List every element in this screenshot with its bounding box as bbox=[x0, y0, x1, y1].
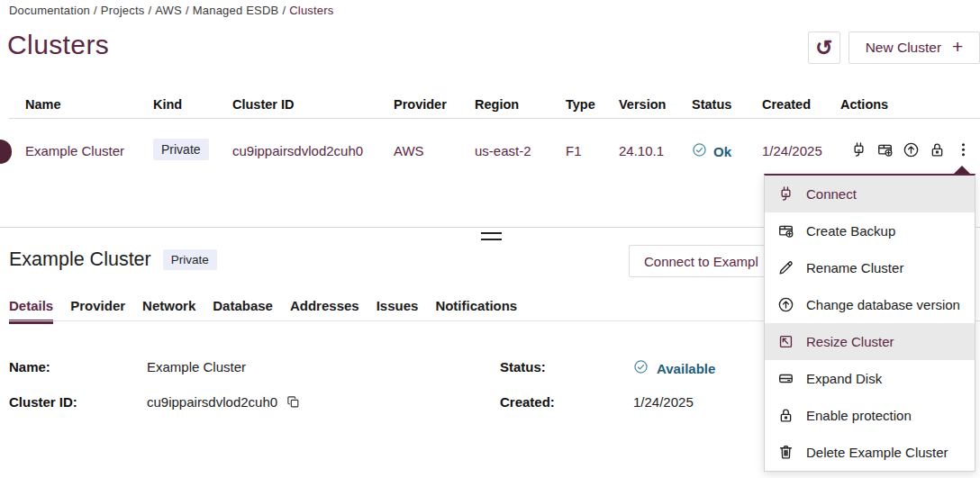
refresh-icon: ↺ bbox=[815, 36, 832, 60]
breadcrumb-item-clusters-current: Clusters bbox=[289, 4, 333, 17]
plus-icon: + bbox=[952, 36, 963, 58]
menu-item-label: Resize Cluster bbox=[806, 334, 894, 349]
cell-cluster-name[interactable]: Example Cluster bbox=[25, 143, 124, 158]
field-created-label: Created: bbox=[500, 394, 555, 410]
status-text: Ok bbox=[713, 144, 731, 159]
actions-menu: Connect Create Backup Rename Cluster Cha… bbox=[764, 174, 975, 472]
cell-type: F1 bbox=[566, 143, 582, 158]
column-header-type: Type bbox=[566, 97, 595, 112]
connect-to-cluster-button[interactable]: Connect to Exampl bbox=[629, 245, 782, 277]
menu-item-rename-cluster[interactable]: Rename Cluster bbox=[765, 249, 975, 286]
plug-icon bbox=[850, 141, 867, 158]
menu-item-create-backup[interactable]: Create Backup bbox=[765, 212, 975, 249]
cell-kind: Private bbox=[153, 139, 209, 160]
detail-header: Example Cluster Private bbox=[9, 248, 217, 271]
check-circle-icon bbox=[633, 359, 649, 377]
table-header-divider bbox=[9, 118, 980, 119]
row-selection-marker bbox=[0, 140, 12, 164]
menu-item-label: Enable protection bbox=[806, 408, 912, 423]
menu-item-label: Expand Disk bbox=[806, 371, 882, 386]
field-status-value: Available bbox=[633, 359, 715, 377]
breadcrumb-item-aws[interactable]: AWS bbox=[155, 4, 182, 17]
column-header-status: Status bbox=[692, 97, 731, 112]
column-header-region: Region bbox=[475, 97, 519, 112]
menu-item-expand-disk[interactable]: Expand Disk bbox=[765, 360, 975, 397]
breadcrumb-separator: / bbox=[94, 4, 97, 17]
more-actions-kebab-button[interactable] bbox=[955, 141, 972, 158]
field-name-value: Example Cluster bbox=[147, 359, 246, 374]
cell-status: Ok bbox=[692, 142, 731, 161]
kind-badge: Private bbox=[153, 139, 209, 160]
clusters-page: Documentation/Projects/AWS/Managed ESDB/… bbox=[0, 0, 980, 478]
column-header-provider: Provider bbox=[394, 97, 447, 112]
connect-action-button[interactable] bbox=[850, 141, 867, 158]
panel-drag-handle[interactable] bbox=[481, 232, 502, 240]
breadcrumb-item-documentation[interactable]: Documentation bbox=[9, 4, 90, 17]
cell-version: 24.10.1 bbox=[619, 143, 664, 158]
field-created-value: 1/24/2025 bbox=[633, 394, 694, 410]
breadcrumb-separator: / bbox=[282, 4, 286, 17]
menu-item-resize-cluster[interactable]: Resize Cluster bbox=[765, 323, 975, 360]
cell-cluster-id: cu9ippairsdvlod2cuh0 bbox=[232, 143, 363, 158]
menu-item-label: Connect bbox=[806, 186, 857, 202]
new-cluster-button[interactable]: New Cluster + bbox=[848, 32, 980, 64]
kebab-icon bbox=[955, 141, 972, 158]
arrow-up-circle-icon bbox=[903, 141, 920, 158]
column-header-actions: Actions bbox=[840, 97, 888, 112]
backup-icon bbox=[876, 141, 894, 158]
breadcrumb: Documentation/Projects/AWS/Managed ESDB/… bbox=[9, 4, 334, 17]
column-header-name: Name bbox=[25, 97, 61, 112]
row-actions bbox=[850, 141, 972, 158]
menu-item-label: Rename Cluster bbox=[806, 260, 903, 275]
menu-pointer-arrow bbox=[954, 166, 970, 174]
column-header-version: Version bbox=[619, 97, 666, 112]
protection-action-button[interactable] bbox=[929, 141, 946, 158]
menu-item-label: Create Backup bbox=[806, 223, 895, 239]
cluster-id-text: cu9ippairsdvlod2cuh0 bbox=[147, 394, 277, 410]
field-cluster-id-label: Cluster ID: bbox=[9, 394, 77, 410]
arrow-up-circle-icon bbox=[777, 296, 794, 313]
menu-item-change-database-version[interactable]: Change database version bbox=[765, 286, 975, 323]
column-header-kind: Kind bbox=[153, 97, 182, 112]
disk-icon bbox=[777, 370, 794, 387]
refresh-button[interactable]: ↺ bbox=[808, 32, 840, 64]
breadcrumb-item-projects[interactable]: Projects bbox=[101, 4, 145, 17]
cell-created: 1/24/2025 bbox=[762, 143, 822, 158]
change-version-action-button[interactable] bbox=[903, 141, 920, 158]
breadcrumb-separator: / bbox=[186, 4, 189, 17]
check-circle-icon bbox=[692, 142, 707, 161]
create-backup-action-button[interactable] bbox=[876, 141, 894, 158]
breadcrumb-item-managed-esdb[interactable]: Managed ESDB bbox=[193, 4, 279, 17]
backup-icon bbox=[777, 222, 794, 239]
field-name-label: Name: bbox=[9, 359, 50, 374]
copy-icon bbox=[286, 398, 300, 411]
cell-provider: AWS bbox=[394, 143, 424, 158]
menu-item-label: Delete Example Cluster bbox=[806, 445, 948, 460]
field-status-label: Status: bbox=[500, 359, 546, 374]
lock-icon bbox=[929, 141, 946, 158]
pencil-icon bbox=[777, 259, 794, 276]
field-cluster-id-value: cu9ippairsdvlod2cuh0 bbox=[147, 394, 300, 410]
menu-item-label: Change database version bbox=[806, 297, 960, 312]
lock-icon bbox=[777, 407, 794, 424]
menu-item-connect[interactable]: Connect bbox=[765, 176, 975, 212]
menu-item-delete-cluster[interactable]: Delete Example Cluster bbox=[765, 434, 975, 471]
menu-item-enable-protection[interactable]: Enable protection bbox=[765, 397, 975, 434]
connect-to-cluster-label: Connect to Exampl bbox=[644, 254, 758, 269]
status-available-text: Available bbox=[657, 361, 715, 376]
column-header-created: Created bbox=[762, 97, 811, 112]
detail-cluster-title: Example Cluster bbox=[9, 248, 151, 271]
trash-icon bbox=[777, 444, 794, 461]
column-header-cluster-id: Cluster ID bbox=[232, 97, 295, 112]
private-badge: Private bbox=[163, 249, 217, 270]
new-cluster-label: New Cluster bbox=[866, 40, 941, 56]
plug-icon bbox=[777, 185, 794, 203]
breadcrumb-separator: / bbox=[148, 4, 151, 17]
copy-cluster-id-button[interactable] bbox=[286, 395, 300, 410]
page-title: Clusters bbox=[7, 30, 109, 60]
resize-icon bbox=[777, 333, 794, 350]
cell-region: us-east-2 bbox=[475, 143, 531, 158]
